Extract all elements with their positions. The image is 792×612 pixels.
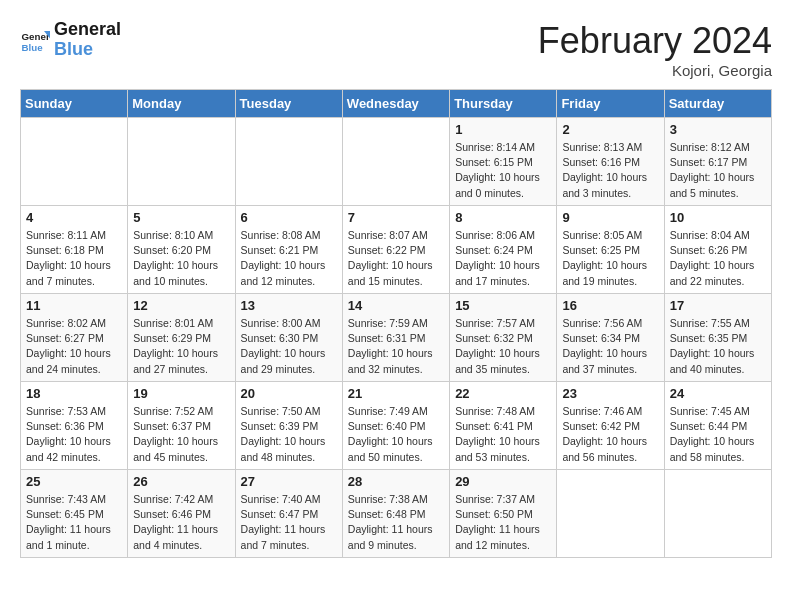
day-info: Sunrise: 7:38 AM Sunset: 6:48 PM Dayligh…	[348, 492, 444, 553]
calendar-cell: 11Sunrise: 8:02 AM Sunset: 6:27 PM Dayli…	[21, 294, 128, 382]
calendar-cell: 12Sunrise: 8:01 AM Sunset: 6:29 PM Dayli…	[128, 294, 235, 382]
day-info: Sunrise: 7:50 AM Sunset: 6:39 PM Dayligh…	[241, 404, 337, 465]
calendar-week-row: 1Sunrise: 8:14 AM Sunset: 6:15 PM Daylig…	[21, 118, 772, 206]
day-info: Sunrise: 8:10 AM Sunset: 6:20 PM Dayligh…	[133, 228, 229, 289]
day-number: 8	[455, 210, 551, 225]
calendar-cell: 13Sunrise: 8:00 AM Sunset: 6:30 PM Dayli…	[235, 294, 342, 382]
calendar-cell: 18Sunrise: 7:53 AM Sunset: 6:36 PM Dayli…	[21, 382, 128, 470]
day-number: 26	[133, 474, 229, 489]
weekday-header-cell: Sunday	[21, 90, 128, 118]
day-number: 16	[562, 298, 658, 313]
day-number: 7	[348, 210, 444, 225]
day-number: 11	[26, 298, 122, 313]
day-info: Sunrise: 7:43 AM Sunset: 6:45 PM Dayligh…	[26, 492, 122, 553]
calendar-cell: 19Sunrise: 7:52 AM Sunset: 6:37 PM Dayli…	[128, 382, 235, 470]
day-info: Sunrise: 7:48 AM Sunset: 6:41 PM Dayligh…	[455, 404, 551, 465]
calendar-week-row: 11Sunrise: 8:02 AM Sunset: 6:27 PM Dayli…	[21, 294, 772, 382]
calendar-cell: 7Sunrise: 8:07 AM Sunset: 6:22 PM Daylig…	[342, 206, 449, 294]
calendar-cell: 20Sunrise: 7:50 AM Sunset: 6:39 PM Dayli…	[235, 382, 342, 470]
page-header: General Blue General Blue February 2024 …	[20, 20, 772, 79]
day-info: Sunrise: 7:46 AM Sunset: 6:42 PM Dayligh…	[562, 404, 658, 465]
day-info: Sunrise: 7:40 AM Sunset: 6:47 PM Dayligh…	[241, 492, 337, 553]
month-title: February 2024	[538, 20, 772, 62]
calendar-cell: 8Sunrise: 8:06 AM Sunset: 6:24 PM Daylig…	[450, 206, 557, 294]
calendar-cell: 17Sunrise: 7:55 AM Sunset: 6:35 PM Dayli…	[664, 294, 771, 382]
day-number: 22	[455, 386, 551, 401]
day-number: 23	[562, 386, 658, 401]
calendar-cell: 22Sunrise: 7:48 AM Sunset: 6:41 PM Dayli…	[450, 382, 557, 470]
calendar-cell: 26Sunrise: 7:42 AM Sunset: 6:46 PM Dayli…	[128, 470, 235, 558]
day-number: 27	[241, 474, 337, 489]
day-number: 14	[348, 298, 444, 313]
day-info: Sunrise: 7:55 AM Sunset: 6:35 PM Dayligh…	[670, 316, 766, 377]
calendar-cell: 2Sunrise: 8:13 AM Sunset: 6:16 PM Daylig…	[557, 118, 664, 206]
day-info: Sunrise: 7:42 AM Sunset: 6:46 PM Dayligh…	[133, 492, 229, 553]
day-info: Sunrise: 8:04 AM Sunset: 6:26 PM Dayligh…	[670, 228, 766, 289]
location: Kojori, Georgia	[538, 62, 772, 79]
day-info: Sunrise: 8:01 AM Sunset: 6:29 PM Dayligh…	[133, 316, 229, 377]
logo-line2: Blue	[54, 40, 121, 60]
day-info: Sunrise: 8:14 AM Sunset: 6:15 PM Dayligh…	[455, 140, 551, 201]
day-number: 3	[670, 122, 766, 137]
day-number: 20	[241, 386, 337, 401]
calendar-cell: 29Sunrise: 7:37 AM Sunset: 6:50 PM Dayli…	[450, 470, 557, 558]
day-info: Sunrise: 7:57 AM Sunset: 6:32 PM Dayligh…	[455, 316, 551, 377]
day-info: Sunrise: 8:00 AM Sunset: 6:30 PM Dayligh…	[241, 316, 337, 377]
day-number: 5	[133, 210, 229, 225]
day-number: 12	[133, 298, 229, 313]
calendar-cell	[342, 118, 449, 206]
day-info: Sunrise: 8:11 AM Sunset: 6:18 PM Dayligh…	[26, 228, 122, 289]
calendar-week-row: 4Sunrise: 8:11 AM Sunset: 6:18 PM Daylig…	[21, 206, 772, 294]
calendar-cell: 21Sunrise: 7:49 AM Sunset: 6:40 PM Dayli…	[342, 382, 449, 470]
calendar-cell: 27Sunrise: 7:40 AM Sunset: 6:47 PM Dayli…	[235, 470, 342, 558]
day-number: 19	[133, 386, 229, 401]
calendar-cell: 14Sunrise: 7:59 AM Sunset: 6:31 PM Dayli…	[342, 294, 449, 382]
day-info: Sunrise: 8:07 AM Sunset: 6:22 PM Dayligh…	[348, 228, 444, 289]
calendar-cell: 23Sunrise: 7:46 AM Sunset: 6:42 PM Dayli…	[557, 382, 664, 470]
day-info: Sunrise: 7:37 AM Sunset: 6:50 PM Dayligh…	[455, 492, 551, 553]
calendar-cell: 16Sunrise: 7:56 AM Sunset: 6:34 PM Dayli…	[557, 294, 664, 382]
day-info: Sunrise: 7:59 AM Sunset: 6:31 PM Dayligh…	[348, 316, 444, 377]
calendar-cell: 10Sunrise: 8:04 AM Sunset: 6:26 PM Dayli…	[664, 206, 771, 294]
day-info: Sunrise: 8:06 AM Sunset: 6:24 PM Dayligh…	[455, 228, 551, 289]
day-number: 2	[562, 122, 658, 137]
calendar-cell: 3Sunrise: 8:12 AM Sunset: 6:17 PM Daylig…	[664, 118, 771, 206]
day-number: 9	[562, 210, 658, 225]
weekday-header-cell: Saturday	[664, 90, 771, 118]
day-number: 13	[241, 298, 337, 313]
calendar-cell	[128, 118, 235, 206]
day-info: Sunrise: 7:53 AM Sunset: 6:36 PM Dayligh…	[26, 404, 122, 465]
calendar-cell	[235, 118, 342, 206]
weekday-header-cell: Monday	[128, 90, 235, 118]
day-info: Sunrise: 8:08 AM Sunset: 6:21 PM Dayligh…	[241, 228, 337, 289]
calendar-table: SundayMondayTuesdayWednesdayThursdayFrid…	[20, 89, 772, 558]
calendar-cell	[557, 470, 664, 558]
day-number: 18	[26, 386, 122, 401]
calendar-week-row: 18Sunrise: 7:53 AM Sunset: 6:36 PM Dayli…	[21, 382, 772, 470]
weekday-header-row: SundayMondayTuesdayWednesdayThursdayFrid…	[21, 90, 772, 118]
day-info: Sunrise: 8:02 AM Sunset: 6:27 PM Dayligh…	[26, 316, 122, 377]
weekday-header-cell: Wednesday	[342, 90, 449, 118]
day-number: 24	[670, 386, 766, 401]
calendar-body: 1Sunrise: 8:14 AM Sunset: 6:15 PM Daylig…	[21, 118, 772, 558]
logo-line1: General	[54, 20, 121, 40]
logo: General Blue General Blue	[20, 20, 121, 60]
day-info: Sunrise: 8:13 AM Sunset: 6:16 PM Dayligh…	[562, 140, 658, 201]
logo-icon: General Blue	[20, 25, 50, 55]
day-info: Sunrise: 7:56 AM Sunset: 6:34 PM Dayligh…	[562, 316, 658, 377]
calendar-cell: 24Sunrise: 7:45 AM Sunset: 6:44 PM Dayli…	[664, 382, 771, 470]
calendar-cell	[21, 118, 128, 206]
day-number: 21	[348, 386, 444, 401]
calendar-cell: 1Sunrise: 8:14 AM Sunset: 6:15 PM Daylig…	[450, 118, 557, 206]
svg-text:Blue: Blue	[22, 41, 44, 52]
day-number: 4	[26, 210, 122, 225]
day-info: Sunrise: 7:52 AM Sunset: 6:37 PM Dayligh…	[133, 404, 229, 465]
calendar-cell: 15Sunrise: 7:57 AM Sunset: 6:32 PM Dayli…	[450, 294, 557, 382]
day-number: 10	[670, 210, 766, 225]
day-number: 6	[241, 210, 337, 225]
calendar-cell: 5Sunrise: 8:10 AM Sunset: 6:20 PM Daylig…	[128, 206, 235, 294]
day-info: Sunrise: 8:12 AM Sunset: 6:17 PM Dayligh…	[670, 140, 766, 201]
title-block: February 2024 Kojori, Georgia	[538, 20, 772, 79]
weekday-header-cell: Thursday	[450, 90, 557, 118]
weekday-header-cell: Tuesday	[235, 90, 342, 118]
